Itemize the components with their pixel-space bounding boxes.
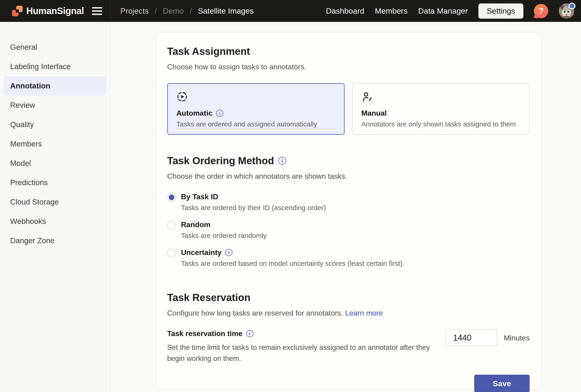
breadcrumb-separator: / [155, 6, 157, 15]
info-icon[interactable]: i [278, 157, 286, 165]
assignment-options: Automatic i Tasks are ordered and assign… [167, 83, 530, 135]
nav-data-manager[interactable]: Data Manager [418, 6, 468, 15]
learn-more-link[interactable]: Learn more [345, 309, 383, 317]
radio-button[interactable] [167, 221, 176, 230]
info-icon[interactable]: i [216, 110, 223, 117]
help-button[interactable]: ? [534, 4, 548, 18]
minutes-unit-label: Minutes [504, 329, 530, 364]
nav-dashboard[interactable]: Dashboard [326, 6, 364, 15]
sidebar-item-review[interactable]: Review [4, 96, 107, 115]
user-edit-icon [361, 91, 373, 102]
info-icon[interactable]: i [225, 249, 232, 256]
automatic-option-description: Tasks are ordered and assigned automatic… [176, 120, 336, 128]
menu-icon[interactable] [92, 6, 102, 16]
radio-button[interactable] [167, 249, 176, 257]
info-icon[interactable]: i [246, 330, 254, 337]
user-avatar[interactable] [559, 3, 574, 19]
sidebar-item-webhooks[interactable]: Webhooks [4, 212, 107, 231]
uncertainty-description: Tasks are ordered based on model uncerta… [181, 260, 404, 267]
topbar: HumanSignal Projects / Demo / Satellite … [0, 0, 581, 22]
task-ordering-title-text: Task Ordering Method [167, 155, 274, 167]
breadcrumb-demo[interactable]: Demo [163, 6, 184, 15]
breadcrumb-projects[interactable]: Projects [120, 6, 149, 15]
settings-sidebar: General Labeling Interface Annotation Re… [0, 22, 111, 392]
sidebar-item-labeling-interface[interactable]: Labeling Interface [4, 57, 107, 76]
topbar-nav: Dashboard Members Data Manager Settings … [326, 3, 581, 19]
online-status-dot [568, 2, 576, 9]
random-description: Tasks are ordered randomly [181, 232, 267, 239]
sidebar-item-quality[interactable]: Quality [4, 115, 107, 134]
task-ordering-subtitle: Choose the order in which annotators are… [167, 172, 530, 181]
radio-option-by-task-id[interactable]: By Task ID Tasks are ordered by their ID… [167, 193, 530, 212]
sidebar-item-danger-zone[interactable]: Danger Zone [4, 231, 107, 250]
radio-option-random[interactable]: Random Tasks are ordered randomly [167, 220, 530, 239]
sidebar-item-model[interactable]: Model [4, 154, 107, 173]
task-reservation-subtitle-text: Configure how long tasks are reserved fo… [167, 309, 343, 317]
task-reservation-title: Task Reservation [167, 292, 530, 303]
auto-play-icon [176, 91, 188, 102]
reservation-field-row: Task reservation time i Set the time lim… [167, 329, 530, 364]
logo-text: HumanSignal [26, 6, 84, 16]
manual-option-description: Annotators are only shown tasks assigned… [361, 120, 520, 128]
task-assignment-title-text: Task Assignment [167, 46, 250, 57]
radio-option-uncertainty[interactable]: Uncertainty i Tasks are ordered based on… [167, 248, 530, 267]
manual-option-label: Manual [361, 109, 387, 117]
task-ordering-title: Task Ordering Method i [167, 155, 530, 167]
ordering-options: By Task ID Tasks are ordered by their ID… [167, 193, 530, 267]
settings-button[interactable]: Settings [478, 3, 523, 19]
by-task-id-description: Tasks are ordered by their ID (ascending… [181, 204, 326, 212]
annotation-settings-card: Task Assignment Choose how to assign tas… [156, 32, 541, 390]
sidebar-item-cloud-storage[interactable]: Cloud Storage [4, 192, 107, 212]
by-task-id-label: By Task ID [181, 193, 218, 201]
question-mark-icon: ? [538, 6, 544, 16]
sidebar-item-annotation[interactable]: Annotation [4, 76, 107, 96]
task-reservation-time-label: Task reservation time [167, 329, 242, 338]
uncertainty-label: Uncertainty [181, 248, 222, 257]
assignment-option-manual[interactable]: Manual Annotators are only shown tasks a… [352, 83, 530, 135]
sidebar-item-members[interactable]: Members [4, 134, 107, 154]
sidebar-item-general[interactable]: General [4, 37, 107, 57]
breadcrumb-separator: / [190, 6, 192, 15]
humansignal-logo-icon [12, 6, 22, 16]
automatic-option-label: Automatic [176, 109, 212, 117]
sidebar-item-predictions[interactable]: Predictions [4, 173, 107, 192]
task-reservation-time-description: Set the time limit for tasks to remain e… [167, 342, 442, 364]
task-reservation-title-text: Task Reservation [167, 292, 250, 303]
save-button[interactable]: Save [474, 375, 530, 392]
topbar-brand-zone: HumanSignal [0, 0, 111, 22]
breadcrumb: Projects / Demo / Satellite Images [111, 6, 326, 15]
save-row: Save [167, 375, 530, 392]
random-label: Random [181, 220, 210, 229]
assignment-option-automatic[interactable]: Automatic i Tasks are ordered and assign… [167, 83, 345, 135]
reservation-time-input[interactable] [445, 329, 497, 346]
task-assignment-subtitle: Choose how to assign tasks to annotators… [167, 63, 530, 71]
logo[interactable]: HumanSignal [12, 6, 84, 16]
radio-button-checked[interactable] [167, 193, 176, 202]
task-reservation-subtitle: Configure how long tasks are reserved fo… [167, 309, 530, 317]
main-content: Task Assignment Choose how to assign tas… [111, 22, 581, 392]
task-assignment-title: Task Assignment [167, 46, 530, 57]
nav-members[interactable]: Members [375, 6, 408, 15]
breadcrumb-current-page: Satellite Images [198, 6, 254, 15]
